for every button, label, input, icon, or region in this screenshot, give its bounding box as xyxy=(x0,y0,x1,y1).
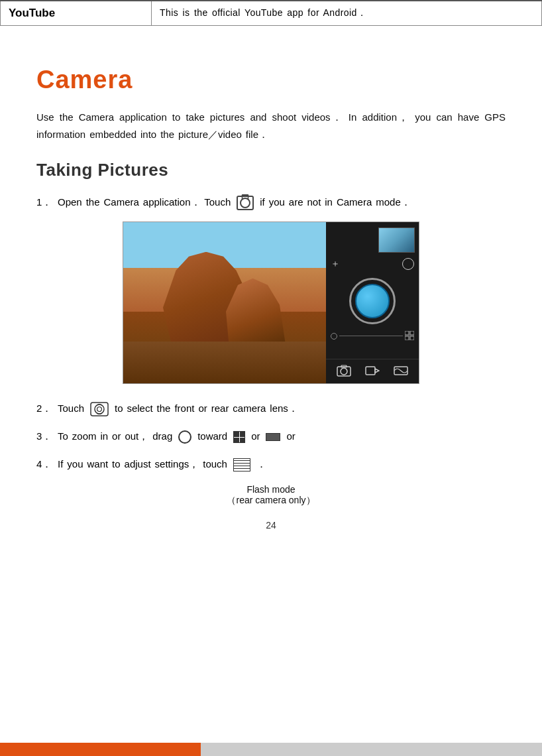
zoom-line xyxy=(339,336,403,336)
step-4-num: 4． xyxy=(36,456,58,473)
zoom-out-icon xyxy=(266,433,280,441)
app-description: This is the official YouTube app for And… xyxy=(160,7,366,18)
step-4: 4． If you want to adjust settings， touch… xyxy=(36,456,506,473)
main-content: Camera Use the Camera application to tak… xyxy=(0,26,542,564)
svg-point-11 xyxy=(95,405,104,414)
settings-icon xyxy=(233,458,250,472)
zoom-indicator xyxy=(331,333,337,340)
app-description-cell: This is the official YouTube app for And… xyxy=(152,1,542,26)
camera-controls-top: ＋ xyxy=(331,258,414,270)
step-3-text-middle: toward xyxy=(197,430,227,442)
step-3-text-before: To zoom in or out， drag xyxy=(58,430,172,442)
step-1: 1． Open the Camera application． Touch if… xyxy=(36,194,506,211)
svg-rect-2 xyxy=(405,336,409,340)
zoom-row xyxy=(331,331,414,342)
step-3-text: To zoom in or out， drag toward or or xyxy=(58,428,506,445)
step-1-text-after: if you are not in Camera mode． xyxy=(260,196,411,208)
step-2-num: 2． xyxy=(36,400,58,417)
camera-intro-text: Use the Camera application to take pictu… xyxy=(36,109,506,144)
step-4-text-after: ． xyxy=(256,458,266,470)
photo-mode-icon[interactable] xyxy=(337,365,351,377)
zoom-in-icon xyxy=(233,431,245,443)
bottom-bar xyxy=(0,743,542,756)
camera-screenshot: ＋ xyxy=(123,221,419,384)
bottom-bar-gray xyxy=(201,743,542,756)
face-detect-icon xyxy=(402,258,414,270)
svg-rect-1 xyxy=(410,331,414,335)
camera-thumbnail xyxy=(378,227,415,253)
taking-pictures-title: Taking Pictures xyxy=(36,160,506,180)
svg-rect-0 xyxy=(405,331,409,335)
step-2-text-after: to select the front or rear camera lens． xyxy=(115,403,298,414)
step-2-text: Touch to select the front or rear camera… xyxy=(58,400,506,417)
svg-marker-8 xyxy=(375,369,379,373)
step-3-num: 3． xyxy=(36,428,58,445)
camera-section-title: Camera xyxy=(36,66,506,94)
shutter-ring[interactable] xyxy=(349,278,396,324)
zoom-plus-icon: ＋ xyxy=(331,258,340,270)
step-1-text-before: Open the Camera application． Touch xyxy=(58,196,231,208)
step-2: 2． Touch to select the front or rear cam… xyxy=(36,400,506,417)
step-3-text-after: or xyxy=(286,430,295,442)
flash-mode-label: Flash mode xyxy=(36,484,506,495)
svg-point-5 xyxy=(341,368,347,375)
flash-mode-sublabel: （rear camera only） xyxy=(36,495,506,507)
page-number: 24 xyxy=(36,507,506,537)
step-1-text: Open the Camera application． Touch if yo… xyxy=(58,194,506,211)
lens-switch-icon xyxy=(90,402,109,416)
camera-mode-icon xyxy=(237,196,254,210)
app-name: YouTube xyxy=(9,7,55,19)
step-4-text-before: If you want to adjust settings， touch xyxy=(58,458,227,470)
svg-point-12 xyxy=(97,407,102,411)
zoom-grid-icon xyxy=(405,331,414,342)
shutter-button[interactable] xyxy=(355,284,390,318)
ground-area xyxy=(123,342,327,384)
step-3-or: or xyxy=(251,430,264,442)
svg-rect-3 xyxy=(410,336,414,340)
camera-mode-row xyxy=(326,359,419,379)
header-table: YouTube This is the official YouTube app… xyxy=(0,0,542,26)
zoom-drag-icon xyxy=(178,430,191,444)
camera-photo-area xyxy=(123,222,327,384)
svg-rect-7 xyxy=(366,367,375,375)
app-name-cell: YouTube xyxy=(1,1,152,26)
bottom-bar-orange xyxy=(0,743,201,756)
video-mode-icon[interactable] xyxy=(365,365,380,377)
step-1-num: 1． xyxy=(36,194,58,211)
step-3: 3． To zoom in or out， drag toward or or xyxy=(36,428,506,445)
panorama-mode-icon[interactable] xyxy=(394,365,408,377)
step-2-text-before: Touch xyxy=(58,403,84,414)
camera-controls-panel: ＋ xyxy=(326,222,419,384)
step-4-text: If you want to adjust settings， touch ． xyxy=(58,456,506,473)
